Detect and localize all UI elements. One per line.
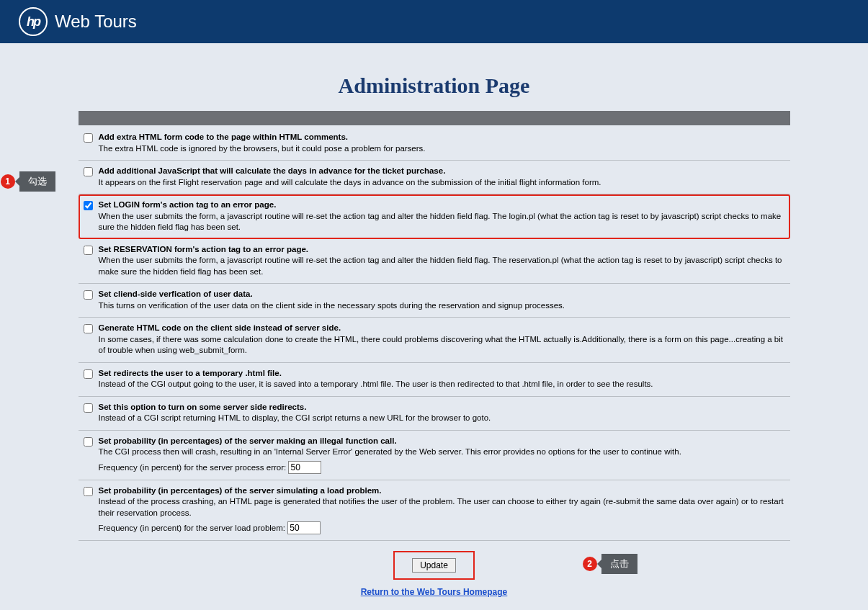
- option-desc: The CGI process then will crash, resulti…: [99, 447, 681, 458]
- option-checkbox[interactable]: [84, 246, 93, 255]
- option-title: Set LOGIN form's action tag to an error …: [99, 199, 787, 211]
- option-checkbox[interactable]: [84, 403, 93, 413]
- annotation-2: 2 点击: [583, 554, 637, 574]
- option-checkbox[interactable]: [84, 324, 93, 333]
- frequency-input[interactable]: [288, 461, 321, 474]
- frequency-row: Frequency (in percent) for the server lo…: [99, 521, 787, 534]
- option-row: Set LOGIN form's action tag to an error …: [79, 194, 790, 239]
- option-row: Set probability (in percentages) of the …: [79, 480, 790, 542]
- option-body: Add additional JavaScript that will calc…: [99, 166, 601, 188]
- option-body: Set RESERVATION form's action tag to an …: [99, 244, 787, 278]
- option-row: Add additional JavaScript that will calc…: [79, 161, 790, 194]
- option-desc: Instead of the CGI output going to the u…: [99, 379, 653, 390]
- brand-name: Web Tours: [55, 12, 137, 32]
- option-row: Set redirects the user to a temporary .h…: [79, 363, 790, 397]
- option-checkbox[interactable]: [84, 201, 93, 210]
- update-button[interactable]: Update: [412, 558, 456, 573]
- option-title: Set probability (in percentages) of the …: [99, 436, 681, 447]
- option-title: Set this option to turn on some server s…: [99, 402, 491, 413]
- option-body: Set cliend-side verfication of user data…: [99, 289, 565, 311]
- option-row: Set RESERVATION form's action tag to an …: [79, 239, 790, 284]
- option-title: Add additional JavaScript that will calc…: [99, 166, 601, 177]
- frequency-row: Frequency (in percent) for the server pr…: [99, 461, 681, 474]
- annotation-badge-icon: 1: [1, 174, 15, 189]
- option-desc: This turns on verification of the user d…: [99, 300, 565, 312]
- option-row: Add extra HTML form code to the page wit…: [79, 127, 790, 161]
- option-checkbox[interactable]: [84, 437, 93, 447]
- option-desc: The extra HTML code is ignored by the br…: [99, 143, 426, 155]
- option-checkbox[interactable]: [84, 133, 93, 143]
- option-title: Set cliend-side verfication of user data…: [99, 289, 565, 300]
- frequency-label: Frequency (in percent) for the server lo…: [99, 524, 288, 532]
- option-body: Set redirects the user to a temporary .h…: [99, 368, 653, 390]
- option-row: Set cliend-side verfication of user data…: [79, 284, 790, 318]
- option-desc: It appears on the first Flight reservati…: [99, 177, 601, 189]
- option-title: Add extra HTML form code to the page wit…: [99, 132, 426, 143]
- option-checkbox[interactable]: [84, 167, 93, 176]
- option-desc: Instead of the process crashing, an HTML…: [99, 496, 787, 519]
- option-checkbox[interactable]: [84, 369, 93, 379]
- option-row: Generate HTML code on the client side in…: [79, 318, 790, 363]
- return-homepage-link[interactable]: Return to the Web Tours Homepage: [79, 587, 790, 597]
- option-body: Generate HTML code on the client side in…: [99, 323, 787, 356]
- update-highlight-box: Update: [393, 551, 475, 580]
- frequency-label: Frequency (in percent) for the server pr…: [99, 463, 289, 472]
- option-row: Set this option to turn on some server s…: [79, 397, 790, 431]
- option-body: Set probability (in percentages) of the …: [99, 436, 681, 474]
- option-row: Set probability (in percentages) of the …: [79, 431, 790, 480]
- frequency-input[interactable]: [287, 521, 321, 534]
- option-checkbox[interactable]: [84, 290, 93, 300]
- admin-form: Add extra HTML form code to the page wit…: [79, 111, 790, 597]
- section-bar: [79, 111, 790, 125]
- option-desc: In some cases, if there was some calcula…: [99, 334, 787, 356]
- app-header: hp Web Tours: [0, 0, 868, 43]
- option-title: Set redirects the user to a temporary .h…: [99, 368, 653, 380]
- option-checkbox[interactable]: [84, 487, 93, 496]
- option-body: Set probability (in percentages) of the …: [99, 485, 787, 535]
- option-body: Set this option to turn on some server s…: [99, 402, 491, 424]
- annotation-badge-icon: 2: [583, 557, 597, 571]
- option-body: Add extra HTML form code to the page wit…: [99, 132, 426, 154]
- annotation-label: 点击: [601, 554, 637, 574]
- option-desc: When the user submits the form, a javasc…: [99, 211, 787, 233]
- option-body: Set LOGIN form's action tag to an error …: [99, 199, 787, 233]
- option-desc: When the user submits the form, a javasc…: [99, 255, 787, 277]
- option-title: Set probability (in percentages) of the …: [99, 485, 787, 497]
- option-title: Generate HTML code on the client side in…: [99, 323, 787, 334]
- annotation-1: 1 勾选: [1, 171, 55, 192]
- option-title: Set RESERVATION form's action tag to an …: [99, 244, 787, 256]
- footer-area: Update 2 点击 Return to the Web Tours Home…: [79, 551, 790, 597]
- hp-logo-icon: hp: [19, 7, 48, 36]
- page-title: Administration Page: [0, 73, 868, 98]
- annotation-label: 勾选: [19, 171, 55, 192]
- option-desc: Instead of a CGI script returning HTML t…: [99, 413, 491, 424]
